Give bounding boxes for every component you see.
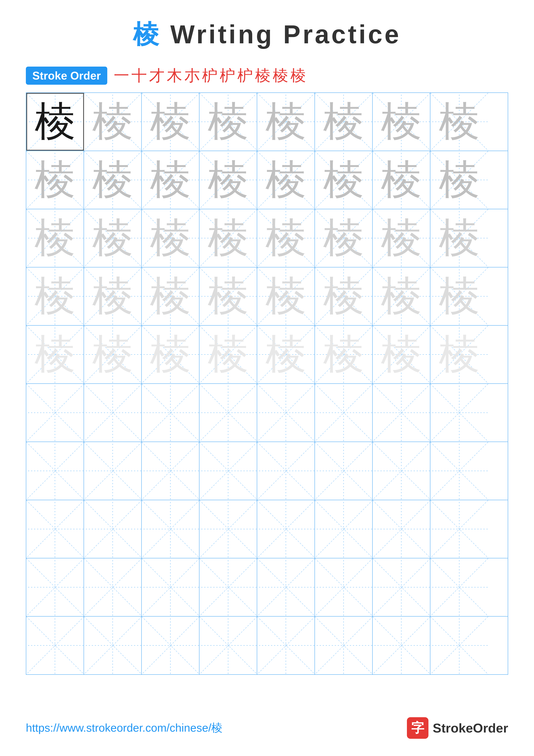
grid-cell[interactable]: 棱 bbox=[257, 151, 315, 209]
grid-cell[interactable] bbox=[84, 500, 142, 558]
grid-cell[interactable] bbox=[430, 558, 488, 616]
grid-cell[interactable]: 棱 bbox=[315, 151, 373, 209]
cell-character: 棱 bbox=[199, 326, 257, 383]
cell-character: 棱 bbox=[373, 151, 430, 209]
grid-cell[interactable]: 棱 bbox=[84, 267, 142, 325]
grid-cell[interactable] bbox=[142, 442, 199, 500]
cell-character: 棱 bbox=[315, 151, 372, 209]
svg-line-152 bbox=[257, 617, 315, 674]
grid-cell[interactable] bbox=[84, 442, 142, 500]
grid-cell[interactable] bbox=[257, 442, 315, 500]
grid-cell[interactable]: 棱 bbox=[26, 209, 84, 267]
grid-cell[interactable] bbox=[373, 558, 430, 616]
grid-cell[interactable]: 棱 bbox=[142, 151, 199, 209]
grid-cell[interactable] bbox=[26, 617, 84, 674]
grid-cell[interactable]: 棱 bbox=[84, 326, 142, 383]
grid-cell[interactable] bbox=[26, 558, 84, 616]
grid-cell[interactable] bbox=[315, 500, 373, 558]
grid-cell[interactable]: 棱 bbox=[315, 326, 373, 383]
grid-cell[interactable]: 棱 bbox=[373, 326, 430, 383]
grid-cell[interactable]: 棱 bbox=[84, 209, 142, 267]
grid-cell[interactable]: 棱 bbox=[26, 93, 84, 150]
grid-cell[interactable] bbox=[142, 500, 199, 558]
grid-cell[interactable]: 棱 bbox=[199, 326, 257, 383]
svg-line-120 bbox=[257, 500, 315, 558]
grid-cell[interactable]: 棱 bbox=[142, 93, 199, 150]
grid-cell[interactable] bbox=[257, 500, 315, 558]
grid-cell[interactable] bbox=[26, 500, 84, 558]
svg-line-150 bbox=[199, 617, 257, 674]
grid-cell[interactable]: 棱 bbox=[199, 93, 257, 150]
grid-row: 棱棱棱棱棱棱棱棱 bbox=[26, 209, 508, 267]
grid-cell[interactable]: 棱 bbox=[430, 93, 488, 150]
grid-cell[interactable]: 棱 bbox=[199, 267, 257, 325]
svg-line-139 bbox=[315, 558, 373, 616]
cell-character: 棱 bbox=[373, 209, 430, 267]
grid-cell[interactable]: 棱 bbox=[315, 93, 373, 150]
grid-cell[interactable] bbox=[373, 500, 430, 558]
grid-cell[interactable]: 棱 bbox=[373, 209, 430, 267]
grid-cell[interactable] bbox=[199, 500, 257, 558]
grid-cell[interactable] bbox=[315, 558, 373, 616]
cell-character: 棱 bbox=[257, 151, 315, 209]
grid-cell[interactable] bbox=[142, 617, 199, 674]
grid-cell[interactable]: 棱 bbox=[142, 209, 199, 267]
cell-character: 棱 bbox=[430, 267, 488, 325]
grid-cell[interactable] bbox=[373, 384, 430, 442]
grid-cell[interactable] bbox=[142, 558, 199, 616]
grid-cell[interactable] bbox=[315, 617, 373, 674]
grid-cell[interactable]: 棱 bbox=[257, 93, 315, 150]
grid-cell[interactable]: 棱 bbox=[257, 209, 315, 267]
grid-cell[interactable] bbox=[199, 558, 257, 616]
grid-cell[interactable] bbox=[84, 384, 142, 442]
grid-cell[interactable]: 棱 bbox=[26, 151, 84, 209]
grid-cell[interactable]: 棱 bbox=[373, 151, 430, 209]
grid-cell[interactable]: 棱 bbox=[430, 267, 488, 325]
grid-cell[interactable]: 棱 bbox=[315, 209, 373, 267]
svg-line-96 bbox=[26, 442, 84, 500]
grid-cell[interactable] bbox=[199, 384, 257, 442]
grid-cell[interactable]: 棱 bbox=[430, 151, 488, 209]
grid-cell[interactable] bbox=[84, 558, 142, 616]
svg-line-140 bbox=[373, 558, 430, 616]
grid-cell[interactable] bbox=[430, 384, 488, 442]
grid-cell[interactable]: 棱 bbox=[315, 267, 373, 325]
grid-cell[interactable]: 棱 bbox=[142, 267, 199, 325]
svg-line-113 bbox=[26, 500, 84, 558]
grid-cell[interactable] bbox=[430, 617, 488, 674]
grid-row: 棱棱棱棱棱棱棱棱 bbox=[26, 267, 508, 326]
grid-cell[interactable]: 棱 bbox=[257, 267, 315, 325]
grid-cell[interactable] bbox=[199, 617, 257, 674]
grid-cell[interactable]: 棱 bbox=[84, 151, 142, 209]
grid-cell[interactable] bbox=[373, 617, 430, 674]
svg-line-144 bbox=[26, 617, 84, 674]
grid-cell[interactable]: 棱 bbox=[257, 326, 315, 383]
grid-cell[interactable]: 棱 bbox=[199, 209, 257, 267]
grid-cell[interactable] bbox=[315, 384, 373, 442]
grid-cell[interactable] bbox=[373, 442, 430, 500]
grid-cell[interactable] bbox=[199, 442, 257, 500]
footer-url[interactable]: https://www.strokeorder.com/chinese/棱 bbox=[26, 720, 222, 736]
grid-cell[interactable]: 棱 bbox=[84, 93, 142, 150]
grid-cell[interactable] bbox=[430, 500, 488, 558]
svg-line-125 bbox=[373, 500, 430, 558]
grid-cell[interactable] bbox=[257, 384, 315, 442]
grid-cell[interactable]: 棱 bbox=[142, 326, 199, 383]
grid-cell[interactable] bbox=[315, 442, 373, 500]
grid-cell[interactable] bbox=[84, 617, 142, 674]
grid-cell[interactable] bbox=[26, 442, 84, 500]
grid-cell[interactable] bbox=[142, 384, 199, 442]
grid-cell[interactable] bbox=[26, 384, 84, 442]
grid-cell[interactable]: 棱 bbox=[26, 267, 84, 325]
grid-cell[interactable]: 棱 bbox=[373, 93, 430, 150]
svg-line-127 bbox=[430, 500, 488, 558]
grid-cell[interactable]: 棱 bbox=[430, 209, 488, 267]
grid-cell[interactable]: 棱 bbox=[26, 326, 84, 383]
grid-cell[interactable]: 棱 bbox=[199, 151, 257, 209]
grid-cell[interactable]: 棱 bbox=[430, 326, 488, 383]
grid-cell[interactable] bbox=[257, 558, 315, 616]
grid-cell[interactable]: 棱 bbox=[373, 267, 430, 325]
grid-cell[interactable] bbox=[257, 617, 315, 674]
cell-character: 棱 bbox=[199, 93, 257, 150]
grid-cell[interactable] bbox=[430, 442, 488, 500]
